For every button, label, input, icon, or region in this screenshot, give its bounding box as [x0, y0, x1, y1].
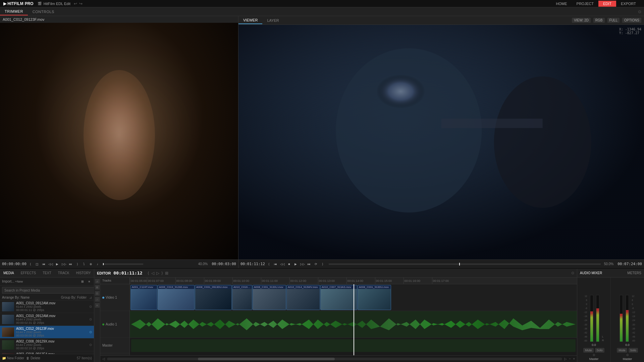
- media-toolbar: Import... + New ⊞ ≡: [0, 278, 94, 286]
- tab-viewer[interactable]: VIEWER: [238, 17, 262, 24]
- timeline-panel: EDITOR 00:01:11:12 ⟨ ◁ ▷ ⟩ ⊞ ⊙ ⊿ ⊞ ⊡ ♪ ≡: [94, 269, 577, 362]
- sort-icon[interactable]: ⊿: [89, 296, 92, 299]
- tl-scroll-right-btn[interactable]: ▷: [564, 357, 567, 361]
- source-btn-next-frame[interactable]: ⏭: [68, 261, 73, 267]
- list-item[interactable]: A001_C010_0912AM.mov 6144 x 2592 pixels …: [0, 313, 94, 326]
- tl-audio-btn[interactable]: ♪: [95, 297, 100, 302]
- list-item[interactable]: A002_C018_0912E4.mov 6144 x 2592 pixels …: [0, 351, 94, 354]
- undo-icon[interactable]: ↩: [74, 1, 77, 6]
- tl-ripple-btn[interactable]: ≡: [95, 303, 100, 308]
- source-btn-mark-in[interactable]: ⟨: [28, 261, 33, 267]
- mute-btn-1[interactable]: Mute: [583, 348, 593, 353]
- program-btn-step-back[interactable]: ⏮: [273, 261, 278, 267]
- tl-zoom-out-btn[interactable]: −: [569, 357, 571, 361]
- nav-export[interactable]: EXPORT: [616, 1, 641, 7]
- meters-title: METERS: [627, 271, 641, 275]
- source-btn-fast-fwd[interactable]: ▷▷: [61, 261, 67, 267]
- group-by-btn[interactable]: Group By: Folder: [61, 296, 87, 299]
- master-track-row[interactable]: [130, 338, 577, 353]
- mute-btn-2[interactable]: Mute: [617, 348, 627, 353]
- source-playhead-track[interactable]: [103, 263, 143, 265]
- nav-home[interactable]: HOME: [551, 1, 572, 7]
- redo-icon[interactable]: ↪: [79, 1, 83, 6]
- program-btn-step-fwd[interactable]: ⏭: [307, 261, 312, 267]
- tl-snap-btn[interactable]: ⊿: [95, 279, 100, 284]
- video-clip[interactable]: A008_C031_0913DU.mov: [195, 285, 232, 310]
- tab-controls[interactable]: CONTROLS: [28, 8, 59, 15]
- editor-panel-close[interactable]: ⊙: [571, 271, 574, 275]
- source-btn-prev-frame[interactable]: ⏮: [41, 261, 47, 267]
- import-button[interactable]: Import...: [2, 280, 14, 283]
- program-btn-play[interactable]: ▶: [293, 261, 299, 267]
- tab-track[interactable]: TRACK: [55, 270, 73, 276]
- tl-zoom-in-btn[interactable]: +: [573, 357, 575, 361]
- program-btn-rewind[interactable]: ◁◁: [280, 261, 285, 267]
- info-icon[interactable]: ⊙: [638, 9, 641, 14]
- tab-media[interactable]: MEDIA: [0, 270, 17, 276]
- video-clip[interactable]: A010_C007_913AS.mov: [320, 285, 357, 310]
- list-view-btn[interactable]: ≡: [87, 279, 92, 284]
- media-item-options-icon[interactable]: ⊙: [89, 317, 92, 321]
- video-clip[interactable]: A008_C331_9130U.mov: [253, 285, 286, 310]
- grid-view-btn[interactable]: ⊞: [80, 279, 85, 284]
- color-mode-btn[interactable]: RGB: [593, 18, 605, 23]
- source-btn-rewind[interactable]: ◁◁: [48, 261, 53, 267]
- tl-link-btn[interactable]: ⊞: [95, 285, 100, 290]
- tab-layer[interactable]: LAYER: [262, 17, 283, 24]
- program-playhead-track[interactable]: [329, 263, 601, 265]
- view-mode-btn[interactable]: VIEW: 2D: [572, 18, 591, 23]
- video-clip[interactable]: A008_C031_913DU.mov: [358, 285, 391, 310]
- arrange-by-btn[interactable]: Arrange By: Name: [2, 296, 30, 299]
- media-item-options-icon[interactable]: ⊙: [89, 343, 92, 347]
- ruler-mark-11: 00:01:17:00: [432, 278, 461, 284]
- audio1-track-row[interactable]: [130, 311, 577, 338]
- nav-edit[interactable]: EDIT: [598, 1, 616, 7]
- tl-scroll-left-btn[interactable]: ◁: [102, 357, 105, 361]
- video-clip[interactable]: A001_C124T.mov: [130, 285, 157, 310]
- program-btn-mark-in[interactable]: ⟨: [266, 261, 272, 267]
- delete-btn[interactable]: 🗑 Delete: [26, 356, 40, 360]
- thumb-inner: [2, 340, 14, 350]
- list-item[interactable]: A002_C008_09129X.mov 6144 x 2592 pixels …: [0, 339, 94, 351]
- program-btn-loop[interactable]: ⟳: [313, 261, 319, 267]
- tab-effects[interactable]: EFFECTS: [17, 270, 40, 276]
- editor-btn-next[interactable]: ⟩: [161, 271, 163, 276]
- tl-scroll-track[interactable]: [107, 358, 562, 360]
- search-input[interactable]: [2, 287, 96, 294]
- media-item-meta2: 00:00:02:31 @ 25fps: [16, 321, 87, 324]
- db-neg12: -12: [584, 311, 587, 313]
- program-btn-stop[interactable]: ■: [286, 261, 292, 267]
- solo-btn-1[interactable]: Solo: [595, 348, 604, 353]
- tab-text[interactable]: TEXT: [39, 270, 55, 276]
- full-btn[interactable]: FULL: [607, 18, 620, 23]
- source-btn-insert[interactable]: ⤵: [82, 261, 87, 267]
- source-btn-clip[interactable]: ◫: [35, 261, 40, 267]
- video-clip[interactable]: A010_C014_913WV.mov: [286, 285, 320, 310]
- video-clip[interactable]: A006_C019_91286.mov: [158, 285, 195, 310]
- editor-btn-in[interactable]: ◁: [151, 271, 154, 276]
- tab-trimmer[interactable]: TRIMMER: [0, 8, 28, 15]
- new-media-btn[interactable]: + New: [16, 279, 22, 284]
- new-folder-btn[interactable]: 📁 New Folder: [2, 356, 24, 360]
- editor-btn-prev[interactable]: ⟨: [148, 271, 149, 276]
- tab-history[interactable]: HISTORY: [73, 270, 94, 276]
- nav-project[interactable]: PROJECT: [572, 1, 598, 7]
- tl-lock-btn[interactable]: ⊡: [95, 291, 100, 296]
- ch2-master-label: Master: [623, 357, 632, 361]
- video1-track-row[interactable]: A001_C124T.mov A006_C019_91286.mov A008_…: [130, 284, 577, 311]
- source-btn-audio[interactable]: ♪: [95, 261, 100, 267]
- source-btn-mark-out[interactable]: ⟩: [75, 261, 80, 267]
- editor-btn-ripple[interactable]: ⊞: [165, 271, 168, 276]
- source-btn-play[interactable]: ▶: [55, 261, 60, 267]
- program-btn-mark-out[interactable]: ⟩: [320, 261, 325, 267]
- options-btn[interactable]: OPTIONS: [622, 18, 641, 23]
- list-item[interactable]: A001_C010_0912AM.mov 6144 x 2592 pixels …: [0, 300, 94, 313]
- editor-btn-out[interactable]: ▷: [156, 271, 159, 276]
- source-btn-overwrite[interactable]: ⊕: [88, 261, 94, 267]
- solo-btn-2[interactable]: Solo: [629, 348, 638, 353]
- program-btn-fast-fwd[interactable]: ▷▷: [300, 261, 305, 267]
- list-item[interactable]: A001_C012_09123F.mov 6144 x 2592 pixels …: [0, 326, 94, 339]
- video-clip[interactable]: A010_C016_9133li.mov: [232, 285, 252, 310]
- media-item-options-icon[interactable]: ⊙: [89, 305, 92, 308]
- media-item-options-icon[interactable]: ⊙: [89, 330, 92, 334]
